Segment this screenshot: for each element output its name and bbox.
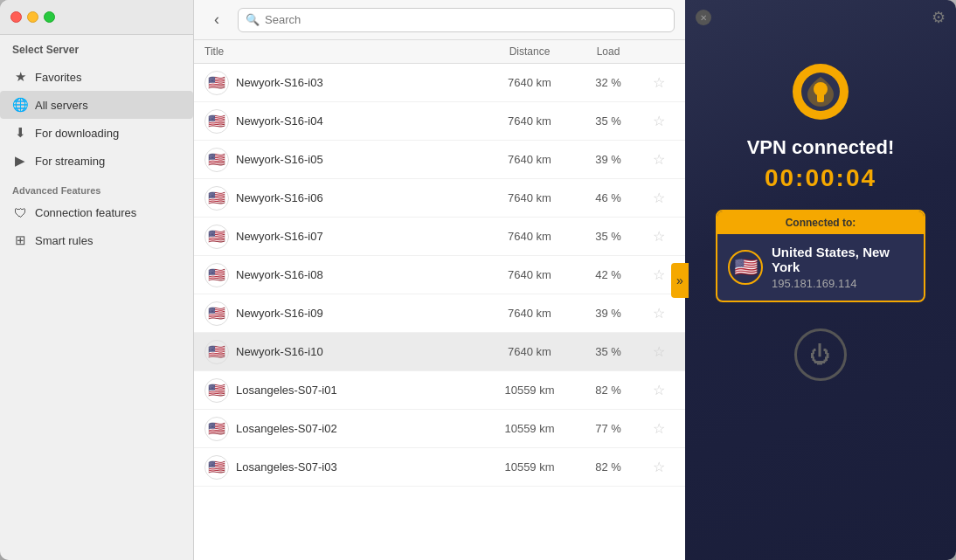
settings-icon[interactable]: ⚙ [932, 8, 946, 27]
vpn-logo [790, 61, 851, 122]
server-name: Newyork-S16-i04 [236, 114, 323, 128]
sidebar-item-smart-rules[interactable]: ⊞ Smart rules [0, 226, 193, 254]
server-name-cell: 🇺🇸 Losangeles-S07-i02 [204, 417, 486, 441]
server-flag: 🇺🇸 [204, 263, 229, 287]
server-name-cell: 🇺🇸 Newyork-S16-i09 [204, 301, 486, 326]
connection-features-icon: 🛡 [12, 205, 28, 220]
connected-country: United States, New York [772, 245, 913, 274]
server-name-cell: 🇺🇸 Losangeles-S07-i03 [204, 455, 486, 480]
server-distance: 10559 km [486, 384, 573, 397]
table-row[interactable]: 🇺🇸 Newyork-S16-i03 7640 km 32 % ☆ [194, 64, 685, 102]
main-content: ‹ 🔍 Title Distance Load 🇺🇸 Newyork-S16-i… [194, 0, 685, 560]
vpn-panel-titlebar: ✕ ⚙ [685, 0, 956, 35]
power-button-area: ⏻ [794, 328, 847, 381]
sidebar: Select Server ★ Favorites 🌐 All servers … [0, 0, 194, 560]
sidebar-item-all-servers-label: All servers [35, 99, 88, 112]
vpn-timer: 00:00:04 [765, 164, 876, 192]
server-flag: 🇺🇸 [204, 417, 229, 441]
table-row[interactable]: 🇺🇸 Newyork-S16-i04 7640 km 35 % ☆ [194, 102, 685, 141]
favorite-star[interactable]: ☆ [643, 420, 675, 437]
server-name-cell: 🇺🇸 Newyork-S16-i06 [204, 186, 486, 211]
favorite-star[interactable]: ☆ [643, 459, 675, 475]
streaming-icon: ▶ [12, 153, 28, 169]
sidebar-item-all-servers[interactable]: 🌐 All servers [0, 91, 193, 119]
server-name: Newyork-S16-i10 [236, 345, 323, 358]
connected-flag: 🇺🇸 [728, 250, 763, 285]
server-name: Losangeles-S07-i03 [236, 460, 337, 474]
server-distance: 7640 km [486, 268, 573, 281]
server-load: 82 % [573, 460, 643, 474]
favorite-star[interactable]: ☆ [643, 266, 675, 283]
traffic-lights [10, 11, 55, 23]
main-toolbar: ‹ 🔍 [194, 0, 685, 40]
connected-ip: 195.181.169.114 [772, 277, 913, 290]
connected-box-body: 🇺🇸 United States, New York 195.181.169.1… [717, 234, 924, 301]
server-flag: 🇺🇸 [204, 71, 229, 95]
server-name: Newyork-S16-i05 [236, 153, 323, 166]
vpn-panel: ✕ ⚙ VPN connected! 00:00:04 Connected to… [685, 0, 956, 560]
favorite-star[interactable]: ☆ [643, 382, 675, 398]
minimize-window-button[interactable] [27, 11, 38, 23]
server-name: Losangeles-S07-i02 [236, 422, 337, 435]
server-distance: 7640 km [486, 345, 573, 358]
close-window-button[interactable] [10, 11, 22, 23]
server-distance: 7640 km [486, 153, 573, 166]
server-flag: 🇺🇸 [204, 455, 229, 480]
server-flag: 🇺🇸 [204, 109, 229, 134]
table-row[interactable]: 🇺🇸 Newyork-S16-i08 7640 km 42 % ☆ [194, 256, 685, 294]
search-bar: 🔍 [238, 8, 675, 32]
server-name-cell: 🇺🇸 Losangeles-S07-i01 [204, 378, 486, 403]
server-name-cell: 🇺🇸 Newyork-S16-i04 [204, 109, 486, 134]
favorite-star[interactable]: ☆ [643, 74, 675, 91]
table-row[interactable]: 🇺🇸 Losangeles-S07-i03 10559 km 82 % ☆ [194, 448, 685, 487]
table-row[interactable]: 🇺🇸 Newyork-S16-i10 7640 km 35 % ☆ [194, 333, 685, 371]
sidebar-item-favorites-label: Favorites [35, 71, 81, 84]
table-row[interactable]: 🇺🇸 Newyork-S16-i06 7640 km 46 % ☆ [194, 179, 685, 218]
favorite-star[interactable]: ☆ [643, 228, 675, 245]
connected-info: United States, New York 195.181.169.114 [772, 245, 913, 290]
power-button[interactable]: ⏻ [794, 328, 847, 381]
table-row[interactable]: 🇺🇸 Newyork-S16-i07 7640 km 35 % ☆ [194, 218, 685, 256]
back-button[interactable]: ‹ [204, 8, 229, 32]
table-header: Title Distance Load [194, 40, 685, 64]
server-name: Losangeles-S07-i01 [236, 384, 337, 397]
server-load: 77 % [573, 422, 643, 435]
server-load: 39 % [573, 153, 643, 166]
advanced-features-label: Advanced Features [0, 175, 193, 199]
connected-to-label: Connected to: [717, 211, 924, 234]
downloading-icon: ⬇ [12, 125, 28, 141]
server-distance: 10559 km [486, 460, 573, 474]
connected-box: Connected to: 🇺🇸 United States, New York… [716, 210, 925, 302]
sidebar-item-for-streaming[interactable]: ▶ For streaming [0, 147, 193, 175]
sidebar-item-favorites[interactable]: ★ Favorites [0, 63, 193, 91]
favorite-star[interactable]: ☆ [643, 305, 675, 321]
server-distance: 10559 km [486, 422, 573, 435]
select-server-label: Select Server [0, 35, 193, 63]
server-name: Newyork-S16-i03 [236, 76, 323, 89]
collapse-panel-button[interactable]: » [671, 263, 689, 298]
table-row[interactable]: 🇺🇸 Newyork-S16-i05 7640 km 39 % ☆ [194, 141, 685, 179]
server-distance: 7640 km [486, 114, 573, 128]
sidebar-titlebar [0, 0, 193, 35]
server-name-cell: 🇺🇸 Newyork-S16-i05 [204, 148, 486, 172]
server-flag: 🇺🇸 [204, 186, 229, 211]
vpn-panel-close-button[interactable]: ✕ [696, 10, 711, 25]
vpn-status-text: VPN connected! [747, 136, 895, 159]
favorite-star[interactable]: ☆ [643, 151, 675, 168]
table-row[interactable]: 🇺🇸 Losangeles-S07-i02 10559 km 77 % ☆ [194, 410, 685, 448]
sidebar-item-for-streaming-label: For streaming [35, 155, 105, 168]
sidebar-item-for-downloading[interactable]: ⬇ For downloading [0, 119, 193, 147]
server-table: Title Distance Load 🇺🇸 Newyork-S16-i03 7… [194, 40, 685, 560]
maximize-window-button[interactable] [44, 11, 55, 23]
favorite-star[interactable]: ☆ [643, 343, 675, 360]
server-flag: 🇺🇸 [204, 225, 229, 249]
sidebar-item-connection-features[interactable]: 🛡 Connection features [0, 199, 193, 226]
app-window: Select Server ★ Favorites 🌐 All servers … [0, 0, 956, 560]
favorite-star[interactable]: ☆ [643, 190, 675, 206]
server-name: Newyork-S16-i07 [236, 230, 323, 243]
table-row[interactable]: 🇺🇸 Losangeles-S07-i01 10559 km 82 % ☆ [194, 371, 685, 410]
table-row[interactable]: 🇺🇸 Newyork-S16-i09 7640 km 39 % ☆ [194, 294, 685, 333]
search-input[interactable] [265, 13, 667, 26]
server-distance: 7640 km [486, 307, 573, 320]
favorite-star[interactable]: ☆ [643, 113, 675, 129]
